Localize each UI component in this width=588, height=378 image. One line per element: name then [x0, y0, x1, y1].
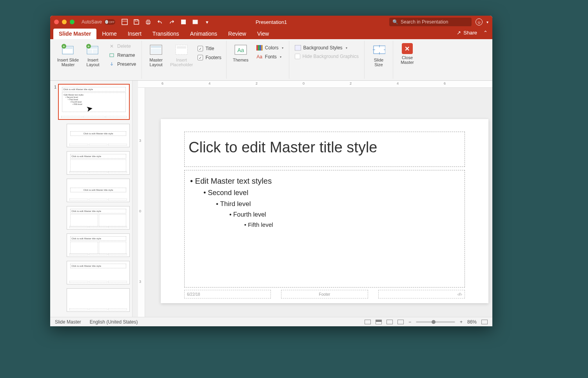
svg-text:+: +: [87, 44, 90, 49]
svg-rect-30: [261, 45, 263, 51]
slide-canvas-area[interactable]: Click to edit Master title style Edit Ma…: [145, 88, 492, 317]
search-placeholder: Search in Presentation: [401, 19, 448, 25]
svg-rect-28: [258, 45, 260, 51]
svg-rect-24: [177, 46, 186, 49]
zoom-in-button[interactable]: +: [460, 319, 463, 325]
layout-thumbnail[interactable]: Click to edit Master title style: [67, 233, 130, 257]
zoom-level[interactable]: 86%: [467, 319, 477, 325]
group-edit-master: + Insert Slide Master + Insert Layout ✕D…: [53, 41, 142, 79]
home-icon[interactable]: [122, 19, 128, 25]
close-master-button[interactable]: ✕ Close Master: [397, 42, 417, 65]
svg-rect-27: [256, 45, 258, 51]
normal-view-icon[interactable]: [365, 320, 371, 324]
svg-rect-29: [260, 45, 261, 51]
preserve-button[interactable]: Preserve: [107, 60, 138, 68]
tab-animations[interactable]: Animations: [185, 29, 223, 39]
insert-table-icon[interactable]: [180, 19, 187, 25]
close-master-icon: ✕: [402, 43, 413, 54]
slide-sorter-view-icon[interactable]: [376, 320, 382, 324]
svg-rect-7: [192, 20, 198, 24]
svg-text:+: +: [63, 44, 65, 49]
insert-slide-master-button[interactable]: + Insert Slide Master: [57, 42, 79, 67]
footer-placeholders: 6/22/18 Footer ‹#›: [184, 290, 465, 298]
colors-button[interactable]: Colors▾: [255, 44, 285, 52]
master-thumbnail[interactable]: Click to edit Master title style • Edit …: [58, 84, 130, 120]
thumbnails-scrollbar[interactable]: [132, 81, 138, 317]
slide-size-button[interactable]: Slide Size: [368, 42, 389, 67]
title-placeholder[interactable]: Click to edit Master title style: [184, 132, 465, 167]
insert-placeholder-button: Insert Placeholder: [170, 42, 193, 67]
footers-checkbox[interactable]: ✓Footers: [197, 54, 222, 61]
themes-button[interactable]: Aa Themes: [230, 42, 251, 62]
qat-dropdown-icon[interactable]: ▾: [204, 19, 210, 25]
close-window-button[interactable]: [54, 20, 59, 24]
svg-rect-21: [151, 46, 161, 48]
zoom-out-button[interactable]: −: [408, 319, 411, 325]
autosave-toggle[interactable]: AutoSave OFF: [82, 19, 115, 25]
slide-thumbnails-panel[interactable]: 1 Click to edit Master title style • Edi…: [50, 81, 132, 317]
reading-view-icon[interactable]: [387, 320, 393, 324]
layout-thumbnail[interactable]: Click to edit Master title style: [67, 124, 130, 147]
date-placeholder[interactable]: 6/22/18: [184, 290, 271, 298]
ribbon: + Insert Slide Master + Insert Layout ✕D…: [50, 39, 492, 81]
quick-access-toolbar: ▾: [122, 19, 210, 25]
workspace: 1 Click to edit Master title style • Edi…: [50, 81, 492, 317]
hide-background-checkbox: Hide Background Graphics: [293, 53, 360, 60]
svg-text:Aa: Aa: [237, 47, 244, 53]
rename-button[interactable]: Rename: [107, 51, 138, 59]
autosave-switch[interactable]: OFF: [104, 19, 115, 25]
account-dropdown-icon[interactable]: ▾: [486, 20, 488, 24]
layout-thumbnail[interactable]: Click to edit Master title style: [67, 206, 130, 230]
insert-picture-icon[interactable]: [192, 19, 198, 25]
body-placeholder[interactable]: Edit Master text styles Second level Thi…: [184, 170, 465, 288]
feedback-icon[interactable]: ☺: [475, 18, 483, 25]
fit-to-window-icon[interactable]: [481, 320, 488, 324]
layout-thumbnail[interactable]: Click to edit Master title style: [67, 261, 130, 284]
tab-review[interactable]: Review: [223, 29, 252, 39]
group-background: Background Styles▾ Hide Background Graph…: [289, 41, 365, 79]
save-icon[interactable]: [133, 19, 140, 25]
tab-slide-master[interactable]: Slide Master: [53, 29, 96, 39]
undo-icon[interactable]: [157, 19, 163, 25]
status-language[interactable]: English (United States): [90, 319, 138, 325]
fonts-button[interactable]: AaFonts▾: [255, 53, 285, 61]
layout-thumbnail[interactable]: Click to edit Master title style: [67, 179, 130, 202]
layout-thumbnail[interactable]: [67, 288, 130, 312]
master-layout-button[interactable]: Master Layout: [146, 42, 166, 67]
share-button[interactable]: ↗ Share ⌃: [457, 30, 488, 36]
search-input[interactable]: 🔍 Search in Presentation: [389, 18, 472, 26]
collapse-ribbon-icon[interactable]: ⌃: [483, 30, 488, 36]
preserve-icon: [109, 61, 115, 67]
svg-rect-31: [295, 45, 301, 51]
checkbox-unchecked-icon: [295, 54, 300, 59]
zoom-window-button[interactable]: [70, 20, 74, 24]
background-styles-button[interactable]: Background Styles▾: [293, 44, 360, 52]
tab-view[interactable]: View: [252, 29, 274, 39]
svg-rect-22: [151, 49, 161, 54]
minimize-window-button[interactable]: [62, 20, 67, 24]
tab-transitions[interactable]: Transitions: [147, 29, 185, 39]
dropdown-caret-icon: ▾: [282, 46, 283, 50]
title-checkbox[interactable]: ✓Title: [197, 45, 222, 52]
slide-number-placeholder[interactable]: ‹#›: [378, 290, 465, 298]
tab-insert[interactable]: Insert: [122, 29, 147, 39]
svg-rect-15: [88, 49, 92, 53]
autosave-label: AutoSave: [82, 19, 102, 25]
print-icon[interactable]: [145, 19, 151, 25]
zoom-slider[interactable]: [416, 321, 455, 323]
status-mode: Slide Master: [55, 319, 81, 325]
svg-rect-19: [110, 54, 114, 57]
redo-icon[interactable]: [169, 19, 175, 25]
horizontal-ruler[interactable]: 6420246: [138, 81, 492, 88]
layout-thumbnail[interactable]: Click to edit Master title style: [67, 151, 130, 175]
svg-rect-0: [122, 19, 127, 25]
slideshow-view-icon[interactable]: [397, 320, 404, 324]
insert-layout-button[interactable]: + Insert Layout: [83, 42, 103, 67]
status-bar: Slide Master English (United States) − +…: [50, 317, 492, 326]
vertical-ruler[interactable]: 303: [138, 88, 145, 317]
insert-slide-master-icon: +: [62, 43, 75, 56]
footer-placeholder[interactable]: Footer: [281, 290, 368, 298]
tab-home[interactable]: Home: [96, 29, 122, 39]
slide-canvas[interactable]: Click to edit Master title style Edit Ma…: [161, 119, 488, 303]
background-styles-icon: [295, 45, 301, 51]
